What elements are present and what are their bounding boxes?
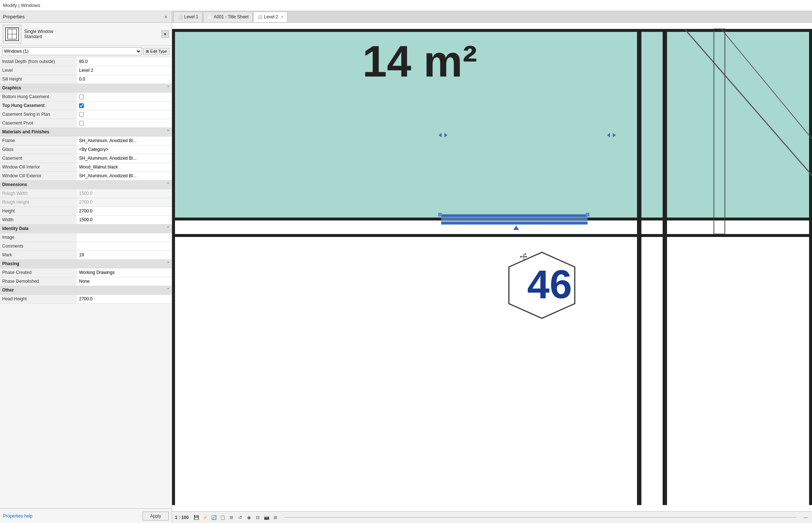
section-identity-collapse-icon[interactable]: ⌃: [167, 226, 170, 230]
prop-label-top-hung: Top Hung Casement: [0, 101, 77, 110]
prop-value-width[interactable]: [77, 215, 172, 224]
table-row: Head Height: [0, 294, 172, 303]
canvas-viewport[interactable]: 14 m²: [172, 23, 812, 511]
image-input[interactable]: [79, 235, 170, 240]
prop-value-image[interactable]: [77, 233, 172, 242]
tab-level2-close[interactable]: ×: [281, 15, 283, 19]
sheet-icon: 📄: [207, 15, 212, 19]
properties-scroll-area[interactable]: Install Depth (from outside) Level Sill …: [0, 57, 172, 508]
section-collapse-icon[interactable]: ⌃: [167, 85, 170, 89]
section-dimensions: Dimensions ⌃: [0, 180, 172, 189]
level-input[interactable]: [79, 68, 170, 73]
section-materials-collapse-icon[interactable]: ⌃: [167, 129, 170, 133]
head-height-input[interactable]: [79, 296, 170, 301]
prop-value-bottom-hung[interactable]: [77, 92, 172, 101]
tab-level2[interactable]: ⬜ Level 2 ×: [253, 12, 287, 22]
prop-value-cill-interior[interactable]: [77, 163, 172, 171]
tab-a001[interactable]: 📄 A001 - Title Sheet: [203, 12, 253, 22]
prop-value-cill-exterior[interactable]: [77, 171, 172, 180]
prop-value-height[interactable]: [77, 207, 172, 215]
rotate-icon[interactable]: ↺: [237, 514, 243, 521]
table-row: Window Cill Exterior: [0, 171, 172, 180]
prop-value-glass[interactable]: [77, 145, 172, 154]
section-materials: Materials and Finishes ⌃: [0, 127, 172, 136]
bottom-hung-checkbox[interactable]: [79, 94, 84, 99]
section-dimensions-collapse-icon[interactable]: ⌃: [167, 182, 170, 186]
frame-input[interactable]: [79, 138, 170, 143]
table-row: Casement Pivot: [0, 119, 172, 127]
sill-height-input[interactable]: [79, 77, 170, 82]
sync-icon[interactable]: 🔄: [211, 514, 217, 521]
svg-marker-8: [513, 226, 519, 230]
casement-mat-input[interactable]: [79, 156, 170, 161]
prop-value-sill-height[interactable]: [77, 75, 172, 84]
install-depth-input[interactable]: [79, 59, 170, 64]
svg-marker-11: [526, 256, 527, 258]
phase-demolished-input[interactable]: [79, 279, 170, 284]
casement-swing-checkbox[interactable]: [79, 112, 84, 117]
mark-input[interactable]: [79, 252, 170, 257]
prop-label-frame: Frame: [0, 136, 77, 145]
width-input[interactable]: [79, 217, 170, 222]
right-wall-2: [663, 29, 667, 505]
section-other-label: Other ⌃: [0, 286, 172, 294]
casement-pivot-checkbox[interactable]: [79, 121, 84, 126]
table-row: Height: [0, 207, 172, 215]
table-row: Sill Height: [0, 75, 172, 84]
prop-label-casement-swing: Casement Swing in Plan: [0, 110, 77, 119]
tab-level1[interactable]: ⬜ Level 1: [174, 12, 202, 22]
prop-value-level[interactable]: [77, 66, 172, 75]
prop-value-mark[interactable]: [77, 251, 172, 259]
prop-label-casement-pivot: Casement Pivot: [0, 119, 77, 127]
prop-value-comments[interactable]: [77, 242, 172, 251]
properties-help-link[interactable]: Properties help: [3, 513, 33, 519]
prop-label-glass: Glass: [0, 145, 77, 154]
prop-value-head-height[interactable]: [77, 294, 172, 303]
prop-value-casement-swing[interactable]: [77, 110, 172, 119]
tab-level2-label: Level 2: [264, 14, 278, 19]
edit-type-button[interactable]: ⊞ Edit Type: [143, 48, 170, 55]
warning-icon[interactable]: ⚡: [202, 514, 208, 521]
properties-close-button[interactable]: ×: [163, 14, 169, 20]
minimize-icon[interactable]: —: [802, 514, 809, 521]
prop-value-frame[interactable]: [77, 136, 172, 145]
table-row: Mark: [0, 251, 172, 259]
prop-value-phase-created[interactable]: [77, 268, 172, 277]
table-row: Top Hung Casement: [0, 101, 172, 110]
status-icons: 💾 ⚡ 🔄 📋 ⊞ ↺ ◉ ⊟ 📷 ⊞ —: [193, 514, 809, 521]
prop-value-casement-mat[interactable]: [77, 154, 172, 163]
prop-value-top-hung[interactable]: [77, 101, 172, 110]
cill-exterior-input[interactable]: [79, 173, 170, 178]
save-icon[interactable]: 💾: [193, 514, 200, 521]
table-row: Install Depth (from outside): [0, 57, 172, 66]
prop-value-phase-demolished[interactable]: [77, 277, 172, 286]
svg-marker-13: [524, 253, 526, 255]
view-icon[interactable]: ⊞: [228, 514, 235, 521]
prop-value-install-depth[interactable]: [77, 57, 172, 66]
scale-label: 1 : 100: [175, 515, 189, 520]
type-dropdown-button[interactable]: ▼: [161, 30, 169, 38]
properties-title: Properties: [3, 14, 25, 19]
point-icon[interactable]: ◉: [246, 514, 252, 521]
display-icon[interactable]: ⊟: [254, 514, 261, 521]
apply-button[interactable]: Apply: [142, 512, 169, 520]
camera-icon[interactable]: 📷: [263, 514, 270, 521]
room-number-text: 46: [527, 262, 572, 307]
height-input[interactable]: [79, 208, 170, 214]
section-graphics-label: Graphics ⌃: [0, 84, 172, 92]
phase-created-input[interactable]: [79, 270, 170, 275]
section-other-collapse-icon[interactable]: ⌃: [167, 288, 170, 292]
cill-interior-input[interactable]: [79, 164, 170, 170]
section-identity-label: Identity Data ⌃: [0, 224, 172, 233]
section-phasing-collapse-icon[interactable]: ⌃: [167, 261, 170, 265]
prop-value-casement-pivot[interactable]: [77, 119, 172, 127]
glass-input[interactable]: [79, 147, 170, 152]
svg-marker-10: [520, 256, 521, 258]
comments-input[interactable]: [79, 244, 170, 249]
layers-icon[interactable]: 📋: [219, 514, 226, 521]
top-hung-checkbox[interactable]: [79, 103, 84, 108]
table-row: Bottom Hung Casement: [0, 92, 172, 101]
prop-label-sill-height: Sill Height: [0, 75, 77, 84]
split-icon[interactable]: ⊞: [272, 514, 279, 521]
instance-selector[interactable]: Windows (1): [2, 47, 142, 55]
